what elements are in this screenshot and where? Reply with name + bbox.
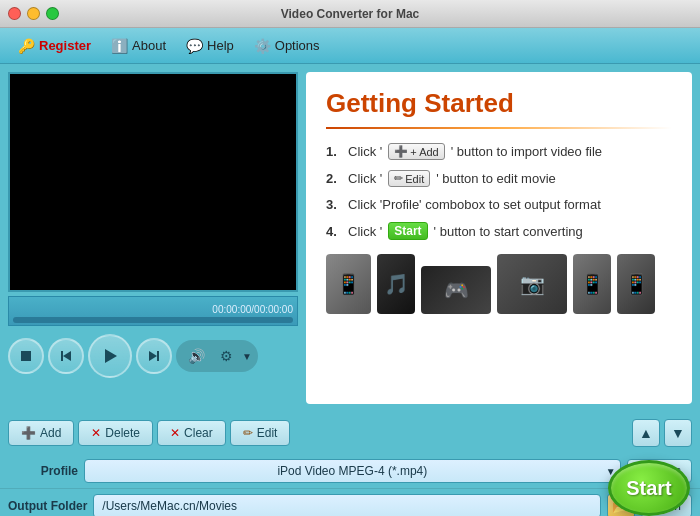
- register-button[interactable]: 🔑 Register: [10, 35, 99, 57]
- step-4: 4. Click ' Start ' button to start conve…: [326, 222, 672, 240]
- volume-icon[interactable]: 🔊: [182, 342, 210, 370]
- step-1: 1. Click ' ➕ + Add ' button to import vi…: [326, 143, 672, 160]
- nav-buttons: ▲ ▼: [632, 419, 692, 447]
- help-button[interactable]: 💬 Help: [178, 35, 242, 57]
- add-btn-icon: ➕: [394, 145, 408, 158]
- clear-icon: ✕: [170, 426, 180, 440]
- edit-btn-img: ✏ Edit: [388, 170, 430, 187]
- minimize-button[interactable]: [27, 7, 40, 20]
- device-nokia1: 📱: [573, 254, 611, 314]
- window-title: Video Converter for Mac: [281, 7, 419, 21]
- device-psp: 🎮: [421, 266, 491, 314]
- profile-dropdown[interactable]: iPod Video MPEG-4 (*.mp4) ▼: [84, 459, 621, 483]
- play-button[interactable]: [88, 334, 132, 378]
- step-4-text-before: Click ': [348, 224, 382, 239]
- help-icon: 💬: [186, 38, 203, 54]
- move-up-button[interactable]: ▲: [632, 419, 660, 447]
- about-label: About: [132, 38, 166, 53]
- device-nokia2: 📱: [617, 254, 655, 314]
- step-2: 2. Click ' ✏ Edit ' button to edit movie: [326, 170, 672, 187]
- register-icon: 🔑: [18, 38, 35, 54]
- svg-rect-4: [157, 351, 159, 361]
- step-3-text: Click 'Profile' combobox to set output f…: [348, 197, 601, 212]
- edit-btn-icon: ✏: [394, 172, 403, 185]
- move-down-button[interactable]: ▼: [664, 419, 692, 447]
- output-label: Output Folder: [8, 499, 87, 513]
- next-button[interactable]: [136, 338, 172, 374]
- main-area: 00:00:00/00:00:00: [0, 64, 700, 412]
- delete-button[interactable]: ✕ Delete: [78, 420, 153, 446]
- video-timeline: 00:00:00/00:00:00: [8, 296, 298, 326]
- svg-rect-0: [21, 351, 31, 361]
- video-preview: [8, 72, 298, 292]
- step-2-num: 2.: [326, 171, 342, 186]
- playback-controls: 🔊 ⚙ ▼: [8, 330, 298, 382]
- device-camcorder: 📷: [497, 254, 567, 314]
- step-3: 3. Click 'Profile' combobox to set outpu…: [326, 197, 672, 212]
- start-button[interactable]: Start: [608, 460, 690, 516]
- profile-label: Profile: [8, 464, 78, 478]
- about-icon: ℹ️: [111, 38, 128, 54]
- title-bar: Video Converter for Mac: [0, 0, 700, 28]
- help-label: Help: [207, 38, 234, 53]
- add-btn-img: ➕ + Add: [388, 143, 444, 160]
- step-4-num: 4.: [326, 224, 342, 239]
- step-3-num: 3.: [326, 197, 342, 212]
- left-panel: 00:00:00/00:00:00: [8, 72, 298, 404]
- device-iphone: 📱: [326, 254, 371, 314]
- maximize-button[interactable]: [46, 7, 59, 20]
- svg-marker-3: [105, 349, 117, 363]
- about-button[interactable]: ℹ️ About: [103, 35, 174, 57]
- register-label: Register: [39, 38, 91, 53]
- right-panel: Getting Started 1. Click ' ➕ + Add ' but…: [306, 72, 692, 404]
- step-4-text-after: ' button to start converting: [434, 224, 583, 239]
- delete-icon: ✕: [91, 426, 101, 440]
- device-ipod: 🎵: [377, 254, 415, 314]
- svg-marker-2: [63, 351, 71, 361]
- profile-row: Profile iPod Video MPEG-4 (*.mp4) ▼ Sett…: [0, 454, 700, 488]
- prev-button[interactable]: [48, 338, 84, 374]
- device-images: 📱 🎵 🎮 📷 📱 📱: [326, 254, 672, 314]
- file-toolbar: ➕ Add ✕ Delete ✕ Clear ✏ Edit ▲ ▼: [0, 412, 700, 454]
- getting-started-title: Getting Started: [326, 88, 672, 119]
- step-2-text-after: ' button to edit movie: [436, 171, 556, 186]
- add-button[interactable]: ➕ Add: [8, 420, 74, 446]
- divider: [326, 127, 672, 129]
- bottom-area: Profile iPod Video MPEG-4 (*.mp4) ▼ Sett…: [0, 454, 700, 516]
- settings-icon[interactable]: ⚙: [212, 342, 240, 370]
- output-row: Output Folder /Users/MeMac.cn/Movies 📂 O…: [0, 488, 700, 516]
- close-button[interactable]: [8, 7, 21, 20]
- main-toolbar: 🔑 Register ℹ️ About 💬 Help ⚙️ Options: [0, 28, 700, 64]
- options-label: Options: [275, 38, 320, 53]
- dropdown-arrow[interactable]: ▼: [242, 351, 252, 362]
- window-controls: [8, 7, 59, 20]
- steps-list: 1. Click ' ➕ + Add ' button to import vi…: [326, 143, 672, 240]
- stop-button[interactable]: [8, 338, 44, 374]
- output-path-display: /Users/MeMac.cn/Movies: [93, 494, 600, 517]
- options-button[interactable]: ⚙️ Options: [246, 35, 328, 57]
- edit-icon: ✏: [243, 426, 253, 440]
- svg-marker-5: [149, 351, 157, 361]
- add-icon: ➕: [21, 426, 36, 440]
- volume-cluster: 🔊 ⚙ ▼: [176, 340, 258, 372]
- timeline-bar[interactable]: [13, 317, 293, 323]
- svg-rect-1: [61, 351, 63, 361]
- step-1-text-before: Click ': [348, 144, 382, 159]
- step-2-text-before: Click ': [348, 171, 382, 186]
- time-display: 00:00:00/00:00:00: [13, 304, 293, 315]
- step-1-num: 1.: [326, 144, 342, 159]
- edit-button[interactable]: ✏ Edit: [230, 420, 291, 446]
- step-1-text-after: ' button to import video file: [451, 144, 602, 159]
- options-icon: ⚙️: [254, 38, 271, 54]
- start-btn-img: Start: [388, 222, 427, 240]
- clear-button[interactable]: ✕ Clear: [157, 420, 226, 446]
